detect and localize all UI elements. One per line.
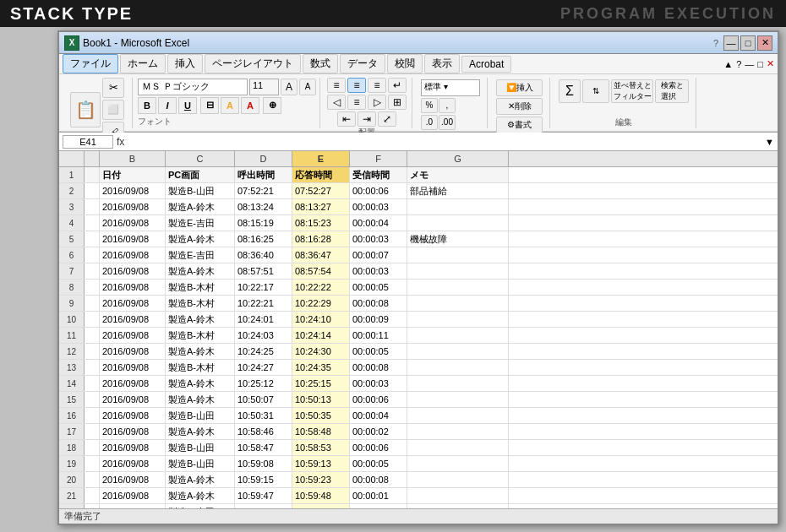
percent-button[interactable]: % xyxy=(421,98,438,113)
cell[interactable]: 10:24:27 xyxy=(235,360,292,375)
restore-button[interactable]: □ xyxy=(740,35,756,51)
cell[interactable]: 製造A-鈴木 xyxy=(166,376,235,391)
delete-cells-button[interactable]: ✕削除 xyxy=(496,98,543,115)
cell[interactable]: 2016/09/08 xyxy=(100,472,166,487)
close-button[interactable]: ✕ xyxy=(757,35,772,51)
cell[interactable]: 2016/09/08 xyxy=(100,231,166,247)
cell[interactable]: 00:00:03 xyxy=(350,231,407,247)
cell[interactable]: 10:22:21 xyxy=(235,296,292,311)
cell[interactable]: 10:50:13 xyxy=(292,392,350,407)
cell[interactable]: 00:00:06 xyxy=(350,183,407,198)
cell[interactable]: 00:00:03 xyxy=(350,199,407,214)
cell[interactable]: 2016/09/08 xyxy=(100,199,166,214)
col-header-b[interactable]: B xyxy=(100,151,166,166)
table-row[interactable]: 1日付PC画面呼出時間応答時間受信時間メモ xyxy=(59,167,778,183)
menu-review[interactable]: 校閲 xyxy=(387,54,423,73)
cell[interactable]: 2016/09/08 xyxy=(100,312,166,327)
formula-bar-expand-icon[interactable]: ▼ xyxy=(765,137,774,147)
cell[interactable]: 製造B-山田 xyxy=(166,408,235,423)
table-row[interactable]: 212016/09/08製造A-鈴木10:59:4710:59:4800:00:… xyxy=(59,488,778,504)
table-row[interactable]: 32016/09/08製造A-鈴木08:13:2408:13:2700:00:0… xyxy=(59,199,778,215)
cell[interactable] xyxy=(85,472,100,487)
cell[interactable]: 10:59:13 xyxy=(292,456,350,471)
cell[interactable]: 00:00:05 xyxy=(350,344,407,359)
increase-font-button[interactable]: A xyxy=(281,79,297,95)
cell[interactable]: 10:24:03 xyxy=(235,328,292,343)
menu-acrobat[interactable]: Acrobat xyxy=(461,56,511,73)
font-name-selector[interactable]: ＭＳ Ｐゴシック xyxy=(138,79,248,95)
cell[interactable] xyxy=(407,488,509,503)
cell[interactable] xyxy=(85,199,100,214)
cell[interactable]: 10:58:46 xyxy=(235,424,292,439)
cell[interactable]: 08:16:25 xyxy=(235,231,292,247)
font-size-input[interactable]: 11 xyxy=(249,79,279,95)
menu-formulas[interactable]: 数式 xyxy=(303,54,338,73)
cell[interactable] xyxy=(407,456,509,471)
table-row[interactable]: 172016/09/08製造A-鈴木10:58:4610:58:4800:00:… xyxy=(59,424,778,440)
menu-home[interactable]: ホーム xyxy=(120,54,166,73)
cell[interactable]: 10:58:48 xyxy=(292,424,350,439)
cell[interactable]: 2016/09/08 xyxy=(100,360,166,375)
cell[interactable]: 2016/09/08 xyxy=(100,424,166,439)
cell[interactable] xyxy=(85,440,100,455)
align-center-button[interactable]: ≡ xyxy=(347,95,366,110)
cell[interactable]: 00:00:08 xyxy=(350,296,407,311)
cell[interactable]: 00:00:06 xyxy=(350,392,407,407)
window-control-icon[interactable]: — xyxy=(745,59,754,69)
table-row[interactable]: 52016/09/08製造A-鈴木08:16:2508:16:2800:00:0… xyxy=(59,231,778,247)
font-color-button[interactable]: A xyxy=(241,97,259,114)
cell[interactable]: 製造B-木村 xyxy=(166,360,235,375)
align-right-button[interactable]: ▷ xyxy=(368,95,386,110)
rotate-text-button[interactable]: ⤢ xyxy=(378,111,396,127)
cell[interactable]: 08:36:40 xyxy=(235,247,292,263)
cell[interactable]: 製造A-鈴木 xyxy=(166,424,235,439)
cell[interactable]: 00:00:01 xyxy=(350,488,407,503)
cell[interactable]: 00:00:11 xyxy=(350,328,407,343)
menu-view[interactable]: 表示 xyxy=(424,54,460,73)
align-top-center-button[interactable]: ≡ xyxy=(347,78,366,93)
table-row[interactable]: 142016/09/08製造A-鈴木10:25:1210:25:1500:00:… xyxy=(59,376,778,392)
cell[interactable]: 製造A-鈴木 xyxy=(166,472,235,487)
table-row[interactable]: 182016/09/08製造B-山田10:58:4710:58:5300:00:… xyxy=(59,440,778,456)
table-row[interactable]: 62016/09/08製造E-吉田08:36:4008:36:4700:00:0… xyxy=(59,247,778,263)
cell[interactable]: 10:24:01 xyxy=(235,312,292,327)
cell[interactable]: 08:13:27 xyxy=(292,199,350,214)
cell[interactable]: 呼出時間 xyxy=(235,167,292,182)
cell[interactable]: 10:58:47 xyxy=(235,440,292,455)
cell[interactable]: 製造B-山田 xyxy=(166,456,235,471)
table-row[interactable]: 82016/09/08製造B-木村10:22:1710:22:2200:00:0… xyxy=(59,280,778,296)
copy-button[interactable]: ⬜ xyxy=(102,100,124,120)
cell[interactable]: 製造A-鈴木 xyxy=(166,392,235,407)
cell[interactable]: 2016/09/08 xyxy=(100,392,166,407)
help-button[interactable]: ? xyxy=(736,59,741,69)
cell-reference-box[interactable] xyxy=(63,135,113,149)
indent-left-button[interactable]: ⇤ xyxy=(337,111,356,127)
sort-filter-button2[interactable]: 並べ替えとフィルター xyxy=(611,79,653,103)
table-row[interactable]: 112016/09/08製造B-木村10:24:0310:24:1400:00:… xyxy=(59,328,778,344)
cell[interactable] xyxy=(85,424,100,439)
cell[interactable]: 08:57:54 xyxy=(292,263,350,279)
cell[interactable]: 2016/09/08 xyxy=(100,215,166,231)
cell[interactable] xyxy=(85,376,100,391)
cell[interactable]: 10:50:35 xyxy=(292,408,350,423)
cell[interactable]: PC画面 xyxy=(166,167,235,182)
cell[interactable]: 2016/09/08 xyxy=(100,263,166,279)
cell[interactable]: 2016/09/08 xyxy=(100,328,166,343)
menu-page-layout[interactable]: ページレイアウト xyxy=(205,54,301,73)
italic-button[interactable]: I xyxy=(158,97,177,114)
col-header-d[interactable]: D xyxy=(235,151,292,166)
menu-file[interactable]: ファイル xyxy=(63,54,118,73)
cell[interactable]: 10:50:07 xyxy=(235,392,292,407)
cell[interactable]: 製造A-鈴木 xyxy=(166,231,235,247)
indent-right-button[interactable]: ⇥ xyxy=(358,111,376,127)
cell[interactable] xyxy=(85,247,100,263)
cell[interactable]: 応答時間 xyxy=(292,167,350,182)
cell[interactable] xyxy=(85,392,100,407)
cell[interactable]: 2016/09/08 xyxy=(100,488,166,503)
cell[interactable]: 2016/09/08 xyxy=(100,247,166,263)
table-row[interactable]: 152016/09/08製造A-鈴木10:50:0710:50:1300:00:… xyxy=(59,392,778,408)
cell[interactable] xyxy=(85,488,100,503)
cell[interactable]: 00:00:02 xyxy=(350,424,407,439)
cell[interactable] xyxy=(85,296,100,311)
cell[interactable]: 00:00:06 xyxy=(350,440,407,455)
